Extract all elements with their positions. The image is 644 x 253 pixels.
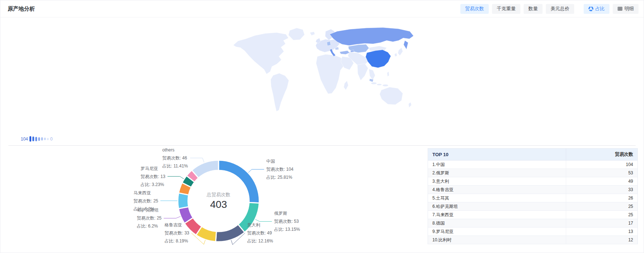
map-north-america[interactable] xyxy=(233,32,289,74)
map-indonesia[interactable] xyxy=(371,82,377,84)
donut-label-俄罗斯: 俄罗斯贸易次数: 53占比: 13.15% xyxy=(274,209,300,233)
donut-label-pct: 占比: 13.15% xyxy=(274,225,300,233)
map-australia[interactable] xyxy=(380,87,403,104)
map-romania[interactable] xyxy=(335,47,339,50)
table-cell-value: 25 xyxy=(566,204,637,209)
legend-bar xyxy=(47,138,49,140)
table-cell-value: 53 xyxy=(566,170,637,175)
donut-center-label: 总贸易次数 xyxy=(207,191,231,198)
table-cell-country: 10.比利时 xyxy=(428,236,566,244)
map-madagascar[interactable] xyxy=(344,81,348,90)
map-indonesia[interactable] xyxy=(377,84,382,86)
table-row: 3.意大利49 xyxy=(428,177,637,186)
donut-label-name: 意大利 xyxy=(247,221,273,229)
donut-chart[interactable]: 中国贸易次数: 104占比: 25.81%俄罗斯贸易次数: 53占比: 13.1… xyxy=(0,146,346,253)
top10-table: TOP 10 贸易次数 1.中国1042.俄罗斯533.意大利494.格鲁吉亚3… xyxy=(428,148,638,244)
donut-label-pct: 占比: 3.23% xyxy=(141,181,165,189)
world-map[interactable] xyxy=(224,20,422,125)
table-row: 5.土耳其26 xyxy=(428,194,637,202)
map-africa[interactable] xyxy=(316,54,345,94)
view-button-proportion-label: 占比 xyxy=(595,5,605,12)
map-germany[interactable] xyxy=(327,41,331,46)
table-cell-value: 104 xyxy=(566,162,637,167)
map-section: 104 0 xyxy=(0,17,644,145)
table-header-rank: TOP 10 xyxy=(428,149,566,160)
donut-label-value: 贸易次数: 33 xyxy=(164,229,189,237)
donut-label-line xyxy=(190,158,204,162)
donut-icon xyxy=(588,6,593,11)
page-title: 原产地分析 xyxy=(8,5,35,12)
donut-label-value: 贸易次数: 104 xyxy=(266,165,293,173)
table-cell-country: 9.罗马尼亚 xyxy=(428,228,566,236)
donut-center-value: 403 xyxy=(207,199,231,210)
table-cell-country: 3.意大利 xyxy=(428,177,566,185)
view-button-detail[interactable]: 明细 xyxy=(613,4,639,14)
map-new-zealand[interactable] xyxy=(409,102,412,108)
donut-label-pct: 占比: 6.2% xyxy=(137,222,161,230)
panel-header: 原产地分析 贸易次数 千克重量 数量 美元总价 占比 明细 xyxy=(0,0,644,17)
map-russia[interactable] xyxy=(330,28,413,46)
donut-segment-马来西亚[interactable] xyxy=(178,193,189,209)
map-iceland[interactable] xyxy=(310,32,315,35)
map-kamchatka[interactable] xyxy=(404,40,408,49)
table-cell-value: 26 xyxy=(566,195,637,201)
legend-bar xyxy=(29,136,31,142)
legend-max-value: 104 xyxy=(21,137,28,142)
legend-min-value: 0 xyxy=(50,137,53,142)
donut-label-罗马尼亚: 罗马尼亚贸易次数: 13占比: 3.23% xyxy=(141,165,165,189)
donut-label-name: others xyxy=(162,146,188,154)
table-row: 10.比利时12 xyxy=(428,236,637,244)
donut-label-name: 马来西亚 xyxy=(133,189,158,197)
map-china[interactable] xyxy=(365,50,391,68)
map-korea[interactable] xyxy=(395,53,397,56)
toolbar: 贸易次数 千克重量 数量 美元总价 占比 明细 xyxy=(460,0,639,17)
table-cell-value: 13 xyxy=(566,229,637,234)
map-indonesia[interactable] xyxy=(383,84,388,87)
metric-button-quantity[interactable]: 数量 xyxy=(524,4,543,14)
donut-label-name: 中国 xyxy=(266,157,293,165)
donut-segment-意大利[interactable] xyxy=(216,225,244,242)
donut-label-意大利: 意大利贸易次数: 49占比: 12.16% xyxy=(247,221,273,245)
table-header-row: TOP 10 贸易次数 xyxy=(428,149,637,161)
map-south-america[interactable] xyxy=(271,73,289,111)
donut-label-pct: 占比: 11.41% xyxy=(162,162,188,170)
donut-label-pct: 占比: 12.16% xyxy=(247,237,273,245)
table-cell-country: 7.马来西亚 xyxy=(428,211,566,219)
donut-label-pct: 占比: 25.81% xyxy=(266,173,293,181)
donut-center: 总贸易次数 403 xyxy=(207,191,231,210)
donut-label-others: others贸易次数: 46占比: 11.41% xyxy=(162,146,188,170)
donut-label-value: 贸易次数: 25 xyxy=(133,197,158,205)
legend-bar xyxy=(35,137,37,141)
donut-label-pct: 占比: 6.2% xyxy=(133,205,158,213)
table-row: 1.中国104 xyxy=(428,161,637,169)
donut-label-value: 贸易次数: 25 xyxy=(137,214,161,222)
table-cell-value: 12 xyxy=(566,237,637,242)
donut-segment-others[interactable] xyxy=(192,160,219,178)
metric-button-kg-weight[interactable]: 千克重量 xyxy=(492,4,520,14)
map-philippines[interactable] xyxy=(387,72,389,77)
table-row: 2.俄罗斯53 xyxy=(428,169,637,177)
donut-label-马来西亚: 马来西亚贸易次数: 25占比: 6.2% xyxy=(133,189,158,213)
table-cell-country: 2.俄罗斯 xyxy=(428,169,566,177)
table-row: 9.罗马尼亚13 xyxy=(428,228,637,236)
map-greenland[interactable] xyxy=(288,28,304,40)
view-button-proportion[interactable]: 占比 xyxy=(584,4,609,14)
table-header-value: 贸易次数 xyxy=(566,151,637,158)
metric-button-usd-total[interactable]: 美元总价 xyxy=(546,4,574,14)
donut-label-line xyxy=(164,217,180,218)
table-cell-value: 49 xyxy=(566,179,637,184)
donut-label-name: 罗马尼亚 xyxy=(141,165,165,173)
map-turkey[interactable] xyxy=(340,51,349,54)
map-india[interactable] xyxy=(357,64,368,80)
table-cell-country: 6.哈萨克斯坦 xyxy=(428,202,566,210)
donut-label-格鲁吉亚: 格鲁吉亚贸易次数: 33占比: 8.19% xyxy=(164,221,189,245)
table-cell-country: 4.格鲁吉亚 xyxy=(428,186,566,194)
table-cell-country: 5.土耳其 xyxy=(428,194,566,202)
legend-bar xyxy=(38,137,40,141)
table-cell-value: 25 xyxy=(566,212,637,217)
table-icon xyxy=(617,6,623,11)
metric-button-trade-count[interactable]: 贸易次数 xyxy=(460,4,489,14)
map-japan[interactable] xyxy=(398,48,403,56)
table-cell-value: 33 xyxy=(566,187,637,192)
map-legend: 104 0 xyxy=(21,136,53,142)
